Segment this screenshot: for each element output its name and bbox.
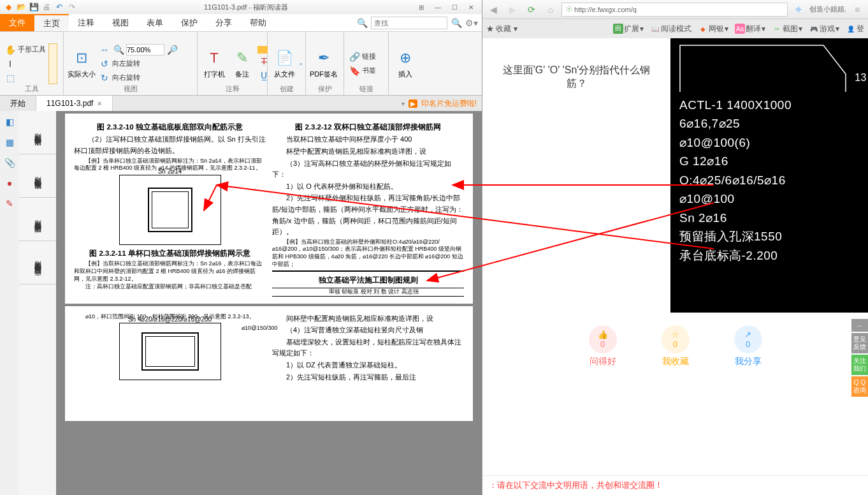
- tab-share[interactable]: 分享: [206, 14, 241, 31]
- tag-qq[interactable]: Q Q咨询: [851, 376, 868, 397]
- action-share[interactable]: ↗0 我分享: [734, 325, 762, 367]
- rotate-left-button[interactable]: ↺向左旋转: [98, 57, 178, 70]
- print-icon[interactable]: 🖨: [41, 1, 52, 13]
- promo-text[interactable]: 印名片免运费啦!: [421, 98, 477, 109]
- diagram-2: Sn 4⌀20/⌀16@220/⌀16@200 ⌀10@150/300: [119, 323, 221, 380]
- hand-icon: ✋: [4, 43, 17, 56]
- tab-view[interactable]: 视图: [103, 14, 138, 31]
- sign-button[interactable]: ✒PDF签名: [310, 48, 338, 79]
- doctab-file[interactable]: 11G101-3.pdf✕: [36, 96, 113, 111]
- action-fav[interactable]: ☆0 我收藏: [662, 325, 690, 367]
- back-button[interactable]: ◀: [485, 3, 502, 17]
- undo-icon[interactable]: ↶: [54, 1, 65, 13]
- link-icon: 🔗: [348, 50, 361, 63]
- forward-button[interactable]: ▶: [504, 3, 521, 17]
- fromfile-button[interactable]: 📄从文件: [271, 48, 297, 79]
- bookmark-icon: 🔖: [348, 64, 361, 77]
- tab-close-icon[interactable]: ✕: [97, 100, 102, 107]
- home-button[interactable]: ⌂: [542, 3, 559, 17]
- tab-annot[interactable]: 注释: [69, 14, 103, 31]
- maximize-icon[interactable]: ☐: [447, 2, 461, 12]
- insert-button[interactable]: ⊕插入: [393, 48, 418, 79]
- clipboard-icon[interactable]: [48, 43, 57, 84]
- hand-tool[interactable]: ✋手形工具: [4, 43, 46, 56]
- ext-trans[interactable]: Aa翻译▾: [735, 24, 765, 34]
- highlight-icon[interactable]: [257, 46, 268, 54]
- nav-item-3[interactable]: 桩基承台 平法制图规则: [19, 198, 56, 241]
- ext-login[interactable]: 👤登: [846, 24, 864, 34]
- search-input[interactable]: [371, 17, 447, 29]
- ext-bank[interactable]: ◆网银▾: [698, 24, 728, 34]
- menu-icon[interactable]: ≡: [849, 3, 865, 17]
- ext-shot[interactable]: ✂截图▾: [772, 24, 802, 34]
- dropdown-icon[interactable]: ▾: [401, 100, 405, 107]
- grid-icon[interactable]: ⊞: [414, 2, 428, 12]
- settings-icon[interactable]: ⚙▾: [465, 17, 478, 29]
- tab-help[interactable]: 帮助: [241, 14, 275, 31]
- rotate-right-icon: ↻: [98, 71, 111, 84]
- sig-icon[interactable]: ✎: [3, 196, 17, 211]
- thumbs-icon[interactable]: ▦: [3, 135, 17, 149]
- note-icon: ✎: [232, 48, 252, 68]
- window-title: 11G101-3.pdf - 福昕阅读器: [78, 3, 414, 12]
- action-good[interactable]: 👍0 问得好: [589, 325, 617, 367]
- tab-file[interactable]: 文件: [0, 14, 34, 31]
- nav-item-1[interactable]: 条形基础 平法制图规则: [19, 111, 56, 154]
- tab-protect[interactable]: 保护: [172, 14, 206, 31]
- zoom-out-icon[interactable]: 🔍: [112, 43, 125, 56]
- fig-caption: 图 2.3.2-10 独立基础底板底部双向配筋示意: [74, 121, 266, 133]
- tab-home[interactable]: 主页: [34, 14, 69, 31]
- star-icon[interactable]: ✧: [790, 3, 807, 17]
- note-button[interactable]: ✎备注: [229, 48, 255, 79]
- search-icon[interactable]: 🔍: [356, 17, 368, 29]
- open-icon[interactable]: 📂: [15, 1, 27, 13]
- nav-item-2[interactable]: 筏形基础 平法制图规则: [19, 154, 56, 198]
- ribbon-tabs: 文件 主页 注释 视图 表单 保护 分享 帮助 🔍 🔍 ⚙▾: [0, 14, 482, 32]
- stamp-icon[interactable]: ●: [3, 176, 17, 190]
- redo-icon[interactable]: ↷: [66, 1, 78, 13]
- close-icon[interactable]: ✕: [464, 2, 478, 12]
- actual-size-button[interactable]: ⊡ 实际大小: [68, 48, 96, 79]
- reload-button[interactable]: ⟳: [523, 3, 540, 17]
- tab-form[interactable]: 表单: [138, 14, 172, 31]
- minimize-icon[interactable]: —: [431, 2, 445, 12]
- nav-icon[interactable]: ◧: [3, 115, 17, 129]
- zoom-level[interactable]: [126, 44, 164, 55]
- tag-follow[interactable]: 关注我们: [851, 355, 868, 375]
- url-bar[interactable]: ☉ http://e.fwxgx.com/q: [561, 3, 788, 17]
- tag-feedback[interactable]: 意见反馈: [851, 333, 868, 353]
- search-go-icon[interactable]: 🔍: [450, 17, 463, 29]
- scrolltop-button[interactable]: ︿: [851, 319, 868, 332]
- content-area: ◧ ▦ 📎 ● ✎ 条形基础 平法制图规则 筏形基础 平法制图规则 桩基承台 平…: [0, 111, 482, 495]
- link-button[interactable]: 🔗链接: [348, 50, 376, 63]
- fav-button[interactable]: ★ 收藏 ▾: [486, 24, 517, 34]
- pdf-page-2: ⌀10，杯口范围间距 150，短柱范围间距 300，见示意图 2.3.2-13。…: [65, 306, 473, 421]
- typewriter-button[interactable]: T打字机: [201, 48, 227, 79]
- zoom-in-icon[interactable]: 🔎: [166, 43, 178, 56]
- zoom-select-tool[interactable]: ⬚: [4, 71, 46, 84]
- select-tool[interactable]: I: [4, 57, 46, 70]
- fig-caption-12: 图 2.3.2-12 双杯口独立基础顶部焊接钢筋网: [272, 121, 464, 133]
- typewriter-icon: T: [204, 48, 224, 68]
- sidebar-tools: ◧ ▦ 📎 ● ✎: [0, 111, 19, 495]
- blank-icon[interactable]: ▫: [300, 57, 302, 70]
- rotate-right-button[interactable]: ↻向右旋转: [98, 71, 178, 84]
- save-icon[interactable]: 💾: [28, 1, 40, 13]
- doctab-start[interactable]: 开始: [0, 96, 36, 111]
- ext-expand[interactable]: 田扩展▾: [613, 24, 644, 34]
- fit-width-icon[interactable]: ↔: [98, 43, 111, 56]
- document-view[interactable]: 图 2.3.2-10 独立基础底板底部双向配筋示意 （2）注写杯口独立基础顶部焊…: [56, 111, 482, 495]
- share-icon: ↗: [744, 330, 751, 339]
- star-icon: ☆: [672, 330, 679, 339]
- ext-read[interactable]: 📖阅读模式: [650, 24, 691, 34]
- diagram-1: Sn 2⌀14: [119, 175, 221, 245]
- nav-item-4[interactable]: 基础相关构造 平法制图规则: [19, 241, 56, 284]
- browser: ◀ ▶ ⟳ ⌂ ☉ http://e.fwxgx.com/q ✧ 创造小姐姐. …: [482, 0, 868, 495]
- ext-game[interactable]: 🎮游戏▾: [809, 24, 839, 34]
- rotate-left-icon: ↺: [98, 57, 111, 70]
- clip-icon[interactable]: 📎: [3, 156, 17, 170]
- app-icon: ◆: [3, 1, 14, 13]
- document-tabs: 开始 11G101-3.pdf✕ ▾ ▶ 印名片免运费啦!: [0, 96, 482, 111]
- window-controls: ⊞ — ☐ ✕: [414, 2, 482, 12]
- bookmark-button[interactable]: 🔖书签: [348, 64, 376, 77]
